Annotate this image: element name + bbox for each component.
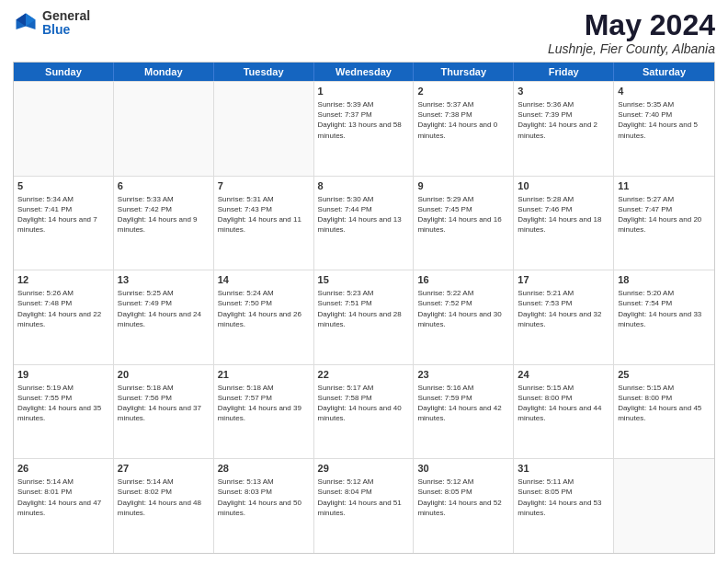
day-number: 23	[417, 368, 509, 382]
day-cell-6: 6Sunrise: 5:33 AMSunset: 7:42 PMDaylight…	[114, 177, 214, 270]
day-cell-29: 29Sunrise: 5:12 AMSunset: 8:04 PMDayligh…	[314, 459, 415, 553]
week-row-4: 19Sunrise: 5:19 AMSunset: 7:55 PMDayligh…	[14, 364, 714, 459]
day-details: Sunrise: 5:22 AMSunset: 7:52 PMDaylight:…	[417, 288, 509, 329]
day-details: Sunrise: 5:19 AMSunset: 7:55 PMDaylight:…	[17, 383, 109, 424]
day-details: Sunrise: 5:28 AMSunset: 7:46 PMDaylight:…	[518, 194, 609, 236]
day-number: 16	[417, 273, 509, 287]
empty-cell	[614, 459, 714, 553]
day-number: 22	[318, 368, 410, 382]
day-number: 14	[218, 273, 310, 287]
day-details: Sunrise: 5:15 AMSunset: 8:00 PMDaylight:…	[518, 383, 609, 424]
day-details: Sunrise: 5:11 AMSunset: 8:05 PMDaylight:…	[518, 477, 609, 518]
day-cell-12: 12Sunrise: 5:26 AMSunset: 7:48 PMDayligh…	[14, 270, 114, 364]
day-details: Sunrise: 5:37 AMSunset: 7:38 PMDaylight:…	[417, 99, 509, 141]
day-cell-9: 9Sunrise: 5:29 AMSunset: 7:45 PMDaylight…	[414, 177, 514, 270]
weekday-header: Sunday	[14, 63, 114, 81]
day-number: 6	[118, 179, 210, 193]
day-number: 31	[518, 462, 609, 476]
day-details: Sunrise: 5:21 AMSunset: 7:53 PMDaylight:…	[518, 288, 609, 329]
day-cell-19: 19Sunrise: 5:19 AMSunset: 7:55 PMDayligh…	[14, 365, 114, 459]
day-details: Sunrise: 5:34 AMSunset: 7:41 PMDaylight:…	[17, 194, 109, 236]
calendar-header: SundayMondayTuesdayWednesdayThursdayFrid…	[14, 63, 714, 81]
day-cell-23: 23Sunrise: 5:16 AMSunset: 7:59 PMDayligh…	[414, 365, 514, 459]
day-details: Sunrise: 5:15 AMSunset: 8:00 PMDaylight:…	[618, 383, 711, 424]
day-details: Sunrise: 5:24 AMSunset: 7:50 PMDaylight:…	[218, 288, 310, 329]
day-number: 27	[118, 462, 210, 476]
day-details: Sunrise: 5:13 AMSunset: 8:03 PMDaylight:…	[218, 477, 310, 518]
day-details: Sunrise: 5:39 AMSunset: 7:37 PMDaylight:…	[318, 99, 410, 141]
day-cell-20: 20Sunrise: 5:18 AMSunset: 7:56 PMDayligh…	[114, 365, 214, 459]
logo-icon	[13, 10, 39, 36]
empty-cell	[214, 82, 314, 176]
day-number: 26	[17, 462, 109, 476]
weekday-header: Friday	[514, 63, 614, 81]
day-details: Sunrise: 5:29 AMSunset: 7:45 PMDaylight:…	[417, 194, 509, 236]
day-number: 7	[218, 179, 310, 193]
day-number: 9	[417, 179, 509, 193]
day-details: Sunrise: 5:25 AMSunset: 7:49 PMDaylight:…	[118, 288, 210, 329]
day-details: Sunrise: 5:18 AMSunset: 7:56 PMDaylight:…	[118, 383, 210, 424]
day-number: 8	[318, 179, 410, 193]
week-row-3: 12Sunrise: 5:26 AMSunset: 7:48 PMDayligh…	[14, 270, 714, 364]
day-details: Sunrise: 5:36 AMSunset: 7:39 PMDaylight:…	[518, 99, 609, 141]
day-details: Sunrise: 5:14 AMSunset: 8:02 PMDaylight:…	[118, 477, 210, 518]
day-cell-21: 21Sunrise: 5:18 AMSunset: 7:57 PMDayligh…	[214, 365, 314, 459]
day-details: Sunrise: 5:35 AMSunset: 7:40 PMDaylight:…	[618, 99, 711, 141]
weekday-header: Monday	[114, 63, 214, 81]
location: Lushnje, Fier County, Albania	[548, 41, 715, 56]
day-cell-7: 7Sunrise: 5:31 AMSunset: 7:43 PMDaylight…	[214, 177, 314, 270]
page: General Blue May 2024 Lushnje, Fier Coun…	[0, 0, 728, 563]
day-number: 1	[318, 85, 410, 98]
week-row-1: 1Sunrise: 5:39 AMSunset: 7:37 PMDaylight…	[14, 81, 714, 176]
day-cell-11: 11Sunrise: 5:27 AMSunset: 7:47 PMDayligh…	[614, 177, 714, 270]
day-number: 12	[17, 273, 109, 287]
day-number: 21	[218, 368, 310, 382]
day-number: 17	[518, 273, 609, 287]
day-cell-2: 2Sunrise: 5:37 AMSunset: 7:38 PMDaylight…	[414, 82, 514, 176]
day-details: Sunrise: 5:16 AMSunset: 7:59 PMDaylight:…	[417, 383, 509, 424]
day-number: 11	[618, 179, 711, 193]
day-cell-24: 24Sunrise: 5:15 AMSunset: 8:00 PMDayligh…	[514, 365, 614, 459]
day-details: Sunrise: 5:12 AMSunset: 8:05 PMDaylight:…	[417, 477, 509, 518]
logo-text: General Blue	[42, 9, 90, 38]
day-number: 29	[318, 462, 410, 476]
day-cell-16: 16Sunrise: 5:22 AMSunset: 7:52 PMDayligh…	[414, 270, 514, 364]
day-cell-5: 5Sunrise: 5:34 AMSunset: 7:41 PMDaylight…	[14, 177, 114, 270]
empty-cell	[114, 82, 214, 176]
day-number: 3	[518, 85, 609, 98]
day-number: 19	[17, 368, 109, 382]
day-cell-25: 25Sunrise: 5:15 AMSunset: 8:00 PMDayligh…	[614, 365, 714, 459]
day-number: 2	[417, 85, 509, 98]
day-number: 25	[618, 368, 711, 382]
day-details: Sunrise: 5:26 AMSunset: 7:48 PMDaylight:…	[17, 288, 109, 329]
day-cell-17: 17Sunrise: 5:21 AMSunset: 7:53 PMDayligh…	[514, 270, 614, 364]
day-number: 15	[318, 273, 410, 287]
day-number: 5	[17, 179, 109, 193]
day-number: 10	[518, 179, 609, 193]
day-cell-4: 4Sunrise: 5:35 AMSunset: 7:40 PMDaylight…	[614, 82, 714, 176]
day-number: 28	[218, 462, 310, 476]
day-cell-30: 30Sunrise: 5:12 AMSunset: 8:05 PMDayligh…	[414, 459, 514, 553]
day-number: 20	[118, 368, 210, 382]
calendar: SundayMondayTuesdayWednesdayThursdayFrid…	[13, 62, 715, 554]
day-cell-31: 31Sunrise: 5:11 AMSunset: 8:05 PMDayligh…	[514, 459, 614, 553]
day-details: Sunrise: 5:33 AMSunset: 7:42 PMDaylight:…	[118, 194, 210, 236]
weekday-header: Saturday	[614, 63, 714, 81]
day-number: 18	[618, 273, 711, 287]
day-number: 30	[417, 462, 509, 476]
day-details: Sunrise: 5:12 AMSunset: 8:04 PMDaylight:…	[318, 477, 410, 518]
calendar-body: 1Sunrise: 5:39 AMSunset: 7:37 PMDaylight…	[14, 81, 714, 553]
week-row-2: 5Sunrise: 5:34 AMSunset: 7:41 PMDaylight…	[14, 176, 714, 270]
day-details: Sunrise: 5:17 AMSunset: 7:58 PMDaylight:…	[318, 383, 410, 424]
day-cell-14: 14Sunrise: 5:24 AMSunset: 7:50 PMDayligh…	[214, 270, 314, 364]
day-number: 13	[118, 273, 210, 287]
day-number: 24	[518, 368, 609, 382]
logo: General Blue	[13, 9, 90, 38]
day-cell-15: 15Sunrise: 5:23 AMSunset: 7:51 PMDayligh…	[314, 270, 415, 364]
empty-cell	[14, 82, 114, 176]
logo-general: General	[42, 9, 90, 23]
day-cell-28: 28Sunrise: 5:13 AMSunset: 8:03 PMDayligh…	[214, 459, 314, 553]
day-cell-1: 1Sunrise: 5:39 AMSunset: 7:37 PMDaylight…	[314, 82, 415, 176]
weekday-header: Thursday	[414, 63, 514, 81]
day-details: Sunrise: 5:14 AMSunset: 8:01 PMDaylight:…	[17, 477, 109, 518]
